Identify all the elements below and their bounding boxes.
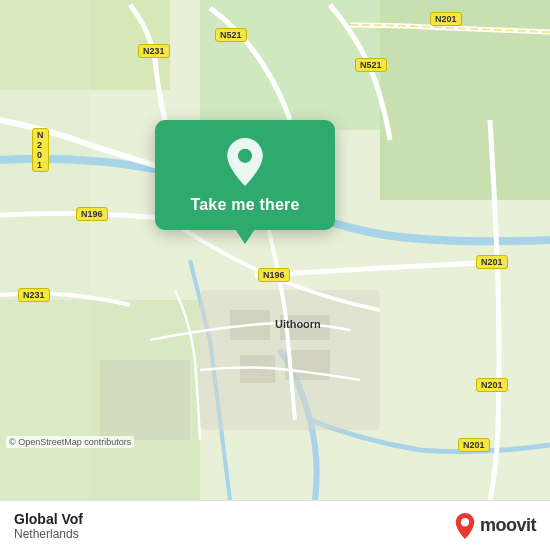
svg-point-12 [238,149,252,163]
moovit-pin-icon [454,513,476,539]
osm-attribution: © OpenStreetMap contributors [6,436,134,448]
popup-card[interactable]: Take me there [155,120,335,230]
road-badge-n521-2: N521 [355,58,387,72]
road-badge-n201-br: N201 [476,378,508,392]
road-badge-n201-br2: N201 [458,438,490,452]
road-badge-n201-top: N201 [430,12,462,26]
moovit-logo: moovit [454,513,536,539]
map-container: N201 N521 N521 N231 N201 N196 N231 N196 … [0,0,550,500]
svg-rect-5 [0,0,90,500]
moovit-text: moovit [480,515,536,536]
road-badge-n201-right: N201 [476,255,508,269]
map-svg [0,0,550,500]
bottom-bar: Global Vof Netherlands moovit [0,500,550,550]
location-info: Global Vof Netherlands [14,511,83,541]
road-badge-n231-top: N231 [138,44,170,58]
road-badge-n521-1: N521 [215,28,247,42]
take-me-there-label: Take me there [190,196,299,214]
road-badge-n196-2: N196 [258,268,290,282]
road-badge-n231-mid: N231 [18,288,50,302]
location-name: Global Vof [14,511,83,527]
svg-rect-11 [100,360,190,440]
city-label-uithoorn: Uithoorn [275,318,321,330]
svg-point-13 [461,518,469,526]
location-pin-icon [221,138,269,186]
road-badge-n201-left: N201 [32,128,49,172]
road-badge-n196-1: N196 [76,207,108,221]
location-country: Netherlands [14,527,83,541]
